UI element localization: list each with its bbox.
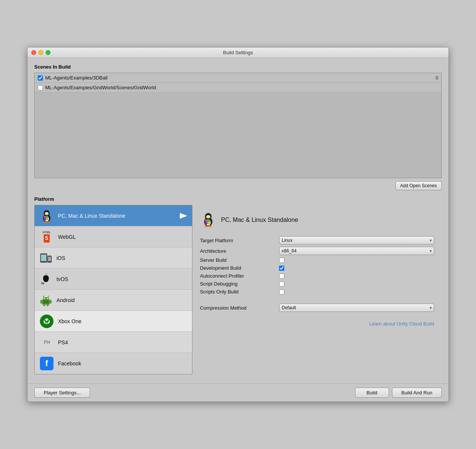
svg-point-6 [46,212,46,213]
svg-rect-45 [205,219,207,222]
script-debugging-label: Script Debugging [200,281,275,287]
svg-text:tv: tv [41,281,44,285]
pc-platform-icon [39,208,54,223]
close-button[interactable] [31,50,36,55]
svg-rect-13 [44,218,46,220]
svg-line-28 [43,296,44,297]
facebook-icon: f [40,357,53,370]
scripts-only-build-checkbox[interactable] [279,289,284,295]
compression-method-select-wrapper: Default LZ4 LZ4HC [279,304,434,312]
svg-rect-31 [50,300,52,304]
build-and-run-button[interactable]: Build And Run [392,388,442,398]
svg-point-26 [44,298,45,299]
scenes-section-label: Scenes In Build [34,64,442,70]
titlebar: Build Settings [27,47,449,58]
platform-item-xboxone[interactable]: Xbox One [35,311,192,332]
build-settings-window: Build Settings Scenes In Build ML-Agents… [27,47,449,402]
architecture-select[interactable]: x86_64 x86 [279,247,434,255]
svg-rect-46 [207,219,210,222]
android-platform-icon [39,293,53,307]
svg-rect-47 [205,222,207,225]
svg-rect-11 [44,216,46,218]
compression-section: Compression Method Default LZ4 LZ4HC [200,304,434,312]
platform-header: PC, Mac & Linux Standalone [200,211,434,229]
development-build-label: Development Build [200,265,275,271]
scene-checkbox[interactable] [38,85,43,90]
scene-name: ML-Agents/Examples/3DBall [45,75,431,81]
svg-point-7 [47,212,48,213]
svg-rect-24 [43,300,49,304]
svg-point-9 [44,221,47,223]
architecture-label: Architecture [200,248,275,254]
selected-platform-arrow-icon [179,212,188,220]
architecture-select-wrapper: x86_64 x86 [279,247,434,255]
platform-item-ios[interactable]: iOS [35,247,192,269]
window-controls [31,50,50,55]
platform-label-android: Android [56,297,188,303]
svg-point-41 [209,216,209,216]
build-settings-panel: PC, Mac & Linux Standalone Target Platfo… [192,205,442,374]
player-settings-button[interactable]: Player Settings... [34,388,90,398]
platform-label-tvos: tvOS [56,276,188,282]
platform-item-tvos[interactable]: tv tvOS [35,269,192,290]
svg-rect-12 [46,216,48,218]
window-title: Build Settings [223,50,253,55]
autoconnect-profiler-checkbox[interactable] [279,273,284,279]
target-platform-select-wrapper: Linux PC Mac OS X [279,236,434,244]
server-build-checkbox[interactable] [279,258,284,263]
selected-platform-icon [200,211,217,229]
webgl-platform-icon: HTML 5 [39,229,54,244]
svg-rect-25 [43,297,49,300]
script-debugging-checkbox[interactable] [279,281,284,287]
scene-row: ML-Agents/Examples/GridWorld/Scenes/Grid… [35,83,441,93]
svg-rect-17 [41,255,46,261]
svg-rect-33 [47,304,49,306]
platform-label-pc: PC, Mac & Linux Standalone [58,213,175,219]
tvos-platform-icon: tv [39,272,53,286]
maximize-button[interactable] [46,50,50,55]
scene-name: ML-Agents/Examples/GridWorld/Scenes/Grid… [45,85,431,90]
ps4-text-icon: PS4 [44,339,50,345]
target-platform-select[interactable]: Linux PC Mac OS X [279,236,434,244]
platform-item-pc[interactable]: PC, Mac & Linux Standalone [35,205,192,226]
compression-method-label: Compression Method [200,305,275,311]
svg-rect-32 [43,304,45,306]
cloud-build-link[interactable]: Learn about Unity Cloud Build [200,321,434,327]
svg-rect-20 [48,257,51,261]
selected-platform-title: PC, Mac & Linux Standalone [221,217,298,223]
platform-item-webgl[interactable]: HTML 5 WebGL [35,226,192,247]
platform-label-ios: iOS [56,255,188,261]
svg-line-29 [48,296,49,297]
svg-point-43 [205,226,208,227]
platform-item-facebook[interactable]: f Facebook [35,353,192,374]
svg-point-10 [47,221,50,223]
build-button[interactable]: Build [355,388,389,398]
scene-checkbox[interactable] [38,75,43,81]
minimize-button[interactable] [38,50,43,55]
compression-method-select[interactable]: Default LZ4 LZ4HC [279,304,434,312]
svg-marker-15 [180,213,187,218]
platform-list: PC, Mac & Linux Standalone HTML 5 WebGL [34,205,192,374]
bottom-bar: Player Settings... Build Build And Run [27,383,449,402]
platform-item-android[interactable]: Android [35,290,192,311]
ios-platform-icon [39,251,53,265]
xbox-icon [40,315,53,328]
svg-point-21 [49,261,50,262]
svg-rect-48 [207,222,210,225]
platform-section: PC, Mac & Linux Standalone HTML 5 WebGL [34,205,442,374]
add-open-scenes-button[interactable]: Add Open Scenes [395,181,442,190]
development-build-checkbox[interactable] [279,266,284,271]
xboxone-platform-icon [39,314,54,329]
svg-rect-14 [46,218,48,220]
svg-point-44 [208,226,212,227]
platform-label-webgl: WebGL [58,234,188,240]
platform-item-ps4[interactable]: PS4 PS4 [35,332,192,353]
scene-index: 0 [431,75,438,81]
scene-row: ML-Agents/Examples/3DBall0 [35,73,441,83]
settings-fields: Target Platform Linux PC Mac OS X Archit… [200,236,434,295]
main-content: Scenes In Build ML-Agents/Examples/3DBal… [27,58,449,380]
platform-label-xboxone: Xbox One [58,318,188,324]
svg-rect-30 [40,300,42,304]
platform-label-ps4: PS4 [58,339,188,345]
facebook-platform-icon: f [39,356,54,371]
